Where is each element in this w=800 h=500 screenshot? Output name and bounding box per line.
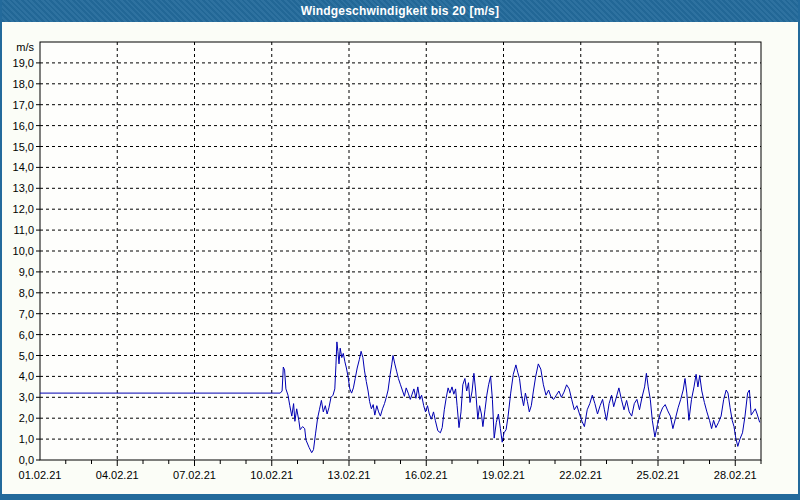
x-tick-label: 22.02.21 [559, 469, 602, 481]
y-tick-label: 16,0 [13, 120, 34, 132]
y-tick-label: 1,0 [19, 433, 34, 445]
x-tick-label: 16.02.21 [405, 469, 448, 481]
y-tick-label: 17,0 [13, 99, 34, 111]
y-tick-label: 4,0 [19, 370, 34, 382]
y-tick-label: 5,0 [19, 350, 34, 362]
window-border-left [0, 0, 2, 500]
y-tick-label: 12,0 [13, 203, 34, 215]
x-tick-label: 13.02.21 [328, 469, 371, 481]
y-tick-label: 9,0 [19, 266, 34, 278]
bottom-bar [0, 494, 800, 500]
y-tick-label: 19,0 [13, 57, 34, 69]
wind-speed-chart: 19,018,017,016,015,014,013,012,011,010,0… [0, 22, 800, 494]
y-tick-label: 11,0 [13, 224, 34, 236]
x-tick-label: 19.02.21 [482, 469, 525, 481]
x-tick-label: 04.02.21 [96, 469, 139, 481]
x-tick-label: 28.02.21 [714, 469, 757, 481]
y-tick-label: 14,0 [13, 161, 34, 173]
title-bar: Windgeschwindigkeit bis 20 [m/s] [0, 0, 800, 22]
y-tick-label: 0,0 [19, 454, 34, 466]
y-tick-label: 2,0 [19, 412, 34, 424]
y-tick-label: 7,0 [19, 308, 34, 320]
y-tick-label: 18,0 [13, 78, 34, 90]
app-window: Windgeschwindigkeit bis 20 [m/s] 19,018,… [0, 0, 800, 500]
y-tick-label: 8,0 [19, 287, 34, 299]
y-tick-label: 3,0 [19, 391, 34, 403]
chart-title: Windgeschwindigkeit bis 20 [m/s] [301, 4, 499, 18]
y-axis-unit-label: m/s [16, 41, 34, 53]
y-tick-label: 6,0 [19, 329, 34, 341]
y-tick-label: 13,0 [13, 182, 34, 194]
y-tick-label: 10,0 [13, 245, 34, 257]
x-tick-label: 07.02.21 [173, 469, 216, 481]
x-tick-label: 10.02.21 [250, 469, 293, 481]
x-tick-label: 25.02.21 [637, 469, 680, 481]
y-tick-label: 15,0 [13, 141, 34, 153]
x-tick-label: 01.02.21 [19, 469, 62, 481]
